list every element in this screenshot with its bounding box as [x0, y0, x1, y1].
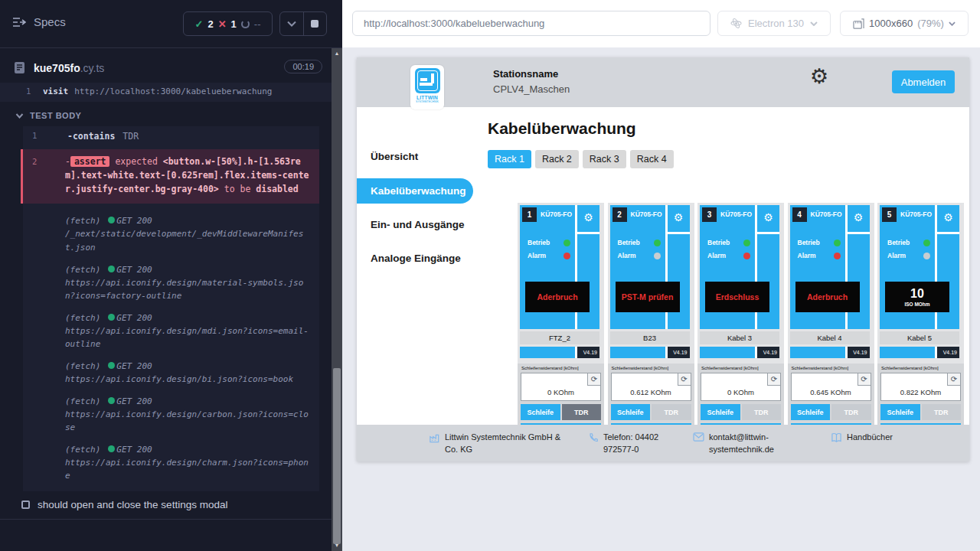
- alarm-row: Alarm: [798, 252, 841, 259]
- spec-extension: .cy.ts: [80, 62, 105, 74]
- fetch-status: GET 200: [116, 361, 152, 371]
- device-gear-icon[interactable]: ⚙: [854, 211, 864, 223]
- chevron-down-icon: [15, 113, 24, 119]
- viewport-zoom: (79%): [917, 18, 944, 29]
- sidebar-item-kabelueberwachung[interactable]: Kabelüberwachung: [357, 178, 473, 204]
- command-visit[interactable]: 1 visithttp://localhost:3000/kabelueberw…: [0, 83, 332, 102]
- runner-controls: [279, 11, 327, 36]
- resistance-readout: ⟳ 0 KOhm: [701, 373, 781, 401]
- chevron-down-icon: [810, 21, 818, 26]
- schleife-button[interactable]: Schleife: [880, 404, 920, 420]
- tab-rack-3[interactable]: Rack 3: [583, 150, 626, 168]
- sidebar-item-analoge-eingaenge[interactable]: Analoge Eingänge: [371, 253, 461, 264]
- fetch-label: (fetch): [65, 445, 100, 455]
- scroll-up-icon[interactable]: ▲: [332, 50, 342, 57]
- fetch-status: GET 200: [116, 445, 152, 455]
- passed-icon: ✓: [195, 18, 204, 30]
- fetch-log-entry[interactable]: (fetch)GET 200 https://api.iconify.desig…: [23, 307, 319, 355]
- firmware-version: V4.19: [937, 347, 959, 358]
- schleife-button[interactable]: Schleife: [521, 404, 560, 420]
- command-arg: TDR: [122, 131, 139, 142]
- betrieb-row: Betrieb: [618, 239, 661, 246]
- resistance-readout: ⟳ 0 KOhm: [521, 373, 601, 401]
- command-number: 1: [26, 86, 31, 96]
- tdr-button[interactable]: TDR: [652, 404, 691, 420]
- alarm-row: Alarm: [887, 252, 930, 259]
- refresh-icon[interactable]: ⟳: [587, 373, 601, 386]
- collapse-button[interactable]: [280, 12, 303, 35]
- logo-text: LITTWIN: [410, 95, 444, 100]
- app-header: Stationsname CPLV4_Maschen ⚙ Abmelden: [357, 57, 969, 107]
- schleife-button[interactable]: Schleife: [791, 404, 831, 420]
- resistance-value: 0 KOhm: [701, 388, 780, 396]
- fetch-log-entry[interactable]: (fetch)GET 200 https://api.iconify.desig…: [23, 390, 319, 439]
- footer-manuals[interactable]: Handbücher: [831, 432, 893, 444]
- slot-number: 1: [522, 207, 537, 222]
- schleife-button[interactable]: Schleife: [701, 404, 740, 420]
- alarm-led: [834, 253, 841, 259]
- reporter-scrollbar[interactable]: ▲ ▼: [332, 48, 342, 551]
- device-gear-icon[interactable]: ⚙: [763, 211, 773, 223]
- tdr-button[interactable]: TDR: [831, 404, 871, 420]
- logo-subtext: SYSTEMTECHNIK: [410, 100, 444, 103]
- command-list: 1 -containsTDR 2 -assert expected <butto…: [23, 126, 319, 491]
- phone-icon: [588, 432, 599, 443]
- browser-selector[interactable]: Electron 130: [717, 11, 831, 36]
- fetch-status: GET 200: [116, 265, 152, 275]
- app-footer: Littwin Systemtechnik GmbH & Co. KG Tele…: [357, 425, 969, 461]
- fetch-log-entry[interactable]: (fetch)GET 200 /_next/static/development…: [23, 210, 319, 258]
- refresh-icon[interactable]: ⟳: [767, 373, 781, 386]
- refresh-icon[interactable]: ⟳: [858, 373, 871, 386]
- settings-gear-icon[interactable]: ⚙: [810, 67, 828, 87]
- spec-row[interactable]: kue705fo.cy.ts 00:19: [0, 60, 332, 83]
- scroll-down-icon[interactable]: ▼: [332, 542, 342, 549]
- fetch-log-entry[interactable]: (fetch)GET 200 https://api.iconify.desig…: [23, 355, 319, 390]
- betrieb-row: Betrieb: [707, 239, 750, 246]
- schleife-button[interactable]: Schleife: [611, 404, 651, 420]
- device-gear-icon[interactable]: ⚙: [943, 211, 953, 223]
- device-model: KÜ705-FO: [631, 210, 662, 218]
- device-gear-icon[interactable]: ⚙: [583, 211, 593, 223]
- device-model: KÜ705-FO: [811, 210, 842, 218]
- tdr-button[interactable]: TDR: [562, 404, 602, 420]
- firmware-version: V4.19: [848, 347, 870, 358]
- device-card: 1 KÜ705-FO Betrieb Alarm ⚙ Aderbruch FTZ…: [518, 203, 604, 442]
- cable-name: Kabel 5: [880, 331, 959, 344]
- command-number: 1: [32, 131, 37, 140]
- failed-icon: ✕: [218, 18, 227, 30]
- stop-button[interactable]: [303, 12, 327, 35]
- sidebar-item-uebersicht[interactable]: Übersicht: [371, 151, 418, 162]
- tdr-button[interactable]: TDR: [742, 404, 782, 420]
- tab-rack-1[interactable]: Rack 1: [488, 150, 531, 168]
- book-icon: [831, 432, 842, 443]
- status-dot-icon: [108, 362, 115, 369]
- tab-rack-4[interactable]: Rack 4: [630, 150, 674, 168]
- rack-tabs: Rack 1 Rack 2 Rack 3 Rack 4: [488, 150, 674, 168]
- logout-button[interactable]: Abmelden: [892, 70, 955, 93]
- specs-menu[interactable]: Specs: [12, 15, 66, 28]
- refresh-icon[interactable]: ⟳: [947, 373, 961, 386]
- command-log: 1 visithttp://localhost:3000/kabelueberw…: [0, 83, 332, 491]
- device-gear-icon[interactable]: ⚙: [674, 211, 684, 223]
- tab-rack-2[interactable]: Rack 2: [535, 150, 579, 168]
- test-body-header[interactable]: TEST BODY: [15, 111, 321, 120]
- device-model: KÜ705-FO: [900, 210, 932, 218]
- next-test-row[interactable]: should open and close the settings modal: [0, 499, 332, 510]
- status-dot-icon: [108, 266, 115, 272]
- tdr-button[interactable]: TDR: [922, 404, 962, 420]
- refresh-icon[interactable]: ⟳: [678, 373, 691, 386]
- runner-toolbar: Electron 130 1000x660 (79%): [342, 0, 980, 47]
- scrollbar-thumb[interactable]: [333, 368, 341, 544]
- sidebar-item-ein-und-ausgaenge[interactable]: Ein- und Ausgänge: [371, 219, 465, 230]
- fetch-log-entry[interactable]: (fetch)GET 200 https://api.iconify.desig…: [23, 259, 319, 307]
- viewport-selector[interactable]: 1000x660 (79%): [840, 11, 969, 36]
- spec-file-icon: [14, 61, 25, 74]
- address-bar[interactable]: [352, 11, 710, 36]
- device-panel-strip: ⚙: [757, 205, 779, 232]
- command-assert-failed[interactable]: 2 -assert expected <button.w-[50%].h-[1.…: [21, 149, 319, 204]
- resistance-label: Schleifenwiderstand [kOhm]: [792, 366, 849, 370]
- slot-number: 4: [792, 207, 807, 222]
- fetch-log-entry[interactable]: (fetch)GET 200 https://api.iconify.desig…: [23, 439, 319, 487]
- status-display: PST-M prüfen: [616, 282, 680, 312]
- command-contains[interactable]: 1 -containsTDR: [23, 126, 319, 146]
